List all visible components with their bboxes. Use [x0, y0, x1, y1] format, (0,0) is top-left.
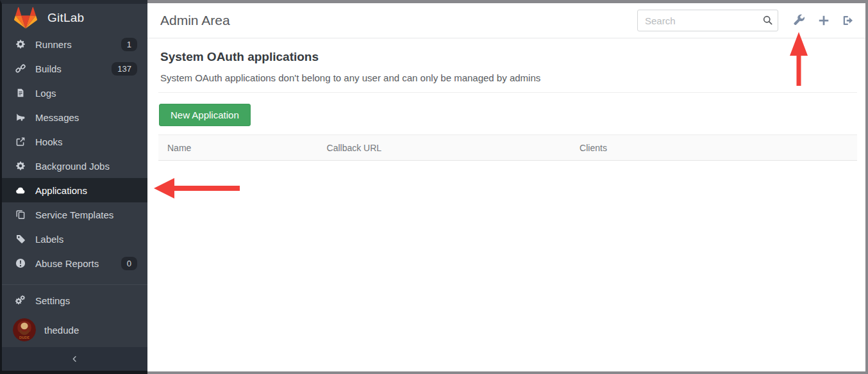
table-header-row: Name Callback URL Clients [158, 135, 857, 161]
sidebar-item-hooks[interactable]: Hooks [2, 129, 147, 154]
sidebar-item-labels[interactable]: Labels [2, 227, 147, 251]
count-badge: 0 [121, 257, 137, 270]
sidebar-item-service-templates[interactable]: Service Templates [2, 202, 147, 227]
tag-icon [15, 234, 26, 244]
count-badge: 1 [121, 38, 137, 51]
sidebar-item-label: Logs [35, 88, 137, 99]
count-badge: 137 [112, 62, 137, 76]
copy-icon [15, 209, 26, 220]
gear-icon [15, 39, 26, 49]
search-icon [762, 15, 773, 26]
sidebar-item-settings[interactable]: Settings [2, 288, 147, 313]
sidebar-item-label: Runners [35, 39, 121, 50]
avatar-thedude: DUDE [13, 318, 36, 341]
column-header-callback-url: Callback URL [318, 135, 571, 161]
sidebar-item-label: Applications [35, 185, 137, 196]
sidebar-item-logs[interactable]: Logs [2, 81, 147, 105]
gitlab-admin-window: GitLab Runners1Builds137LogsMessagesHook… [0, 0, 868, 374]
sidebar-item-label: Abuse Reports [35, 258, 121, 269]
sidebar-nav: Runners1Builds137LogsMessagesHooksBackgr… [2, 32, 147, 275]
sidebar-item-applications[interactable]: Applications [2, 178, 147, 202]
user-name: thedude [44, 325, 79, 336]
divider [158, 92, 857, 93]
cloud-icon [15, 185, 26, 195]
sidebar-item-abuse-reports[interactable]: Abuse Reports0 [2, 251, 147, 275]
sign-out-icon [842, 14, 855, 27]
sidebar-nav-secondary: Settings [2, 284, 147, 313]
chevron-left-icon [71, 355, 79, 363]
gear-icon [15, 161, 26, 171]
sidebar-item-builds[interactable]: Builds137 [2, 56, 147, 81]
bullhorn-icon [15, 112, 26, 122]
section-heading: System OAuth applications [160, 50, 857, 64]
sign-out-button[interactable] [842, 14, 855, 27]
sidebar-item-messages[interactable]: Messages [2, 105, 147, 129]
sidebar-item-runners[interactable]: Runners1 [2, 32, 147, 56]
admin-wrench-button[interactable] [793, 14, 806, 27]
link-icon [15, 63, 26, 74]
header-actions [793, 14, 855, 27]
file-text-icon [15, 88, 26, 98]
svg-text:DUDE: DUDE [19, 336, 29, 339]
sidebar-item-label: Messages [35, 112, 137, 123]
sidebar-item-background-jobs[interactable]: Background Jobs [2, 154, 147, 178]
oauth-applications-table: Name Callback URL Clients [158, 134, 857, 161]
new-button[interactable] [817, 14, 830, 27]
exclamation-circle-icon [15, 258, 26, 268]
logo-text: GitLab [47, 11, 84, 25]
sidebar-item-label: Service Templates [35, 209, 137, 220]
search-input[interactable] [637, 10, 778, 31]
plus-icon [817, 14, 830, 27]
page-title: Admin Area [160, 13, 637, 28]
sidebar: GitLab Runners1Builds137LogsMessagesHook… [0, 0, 147, 374]
sidebar-collapse-button[interactable] [2, 347, 147, 371]
main-header: Admin Area [147, 3, 865, 38]
external-link-icon [15, 136, 26, 147]
sidebar-item-label: Settings [35, 295, 137, 306]
sidebar-item-label: Background Jobs [35, 161, 137, 172]
gears-icon [15, 295, 26, 305]
section-description: System OAuth applications don't belong t… [160, 72, 857, 83]
column-header-name: Name [158, 135, 318, 161]
content: System OAuth applications System OAuth a… [147, 38, 865, 161]
sidebar-item-label: Labels [35, 234, 137, 245]
gitlab-tanuki-logo-icon [14, 7, 37, 29]
sidebar-item-label: Builds [35, 63, 112, 74]
wrench-icon [793, 14, 806, 27]
new-application-button[interactable]: New Application [159, 104, 251, 126]
column-header-clients: Clients [571, 135, 857, 161]
sidebar-header[interactable]: GitLab [2, 4, 147, 32]
sidebar-item-label: Hooks [35, 136, 137, 147]
main-area: Admin Area System OAuth applications Sys… [147, 0, 868, 374]
sidebar-user-item[interactable]: DUDE thedude [2, 313, 147, 347]
search-box [637, 10, 778, 31]
